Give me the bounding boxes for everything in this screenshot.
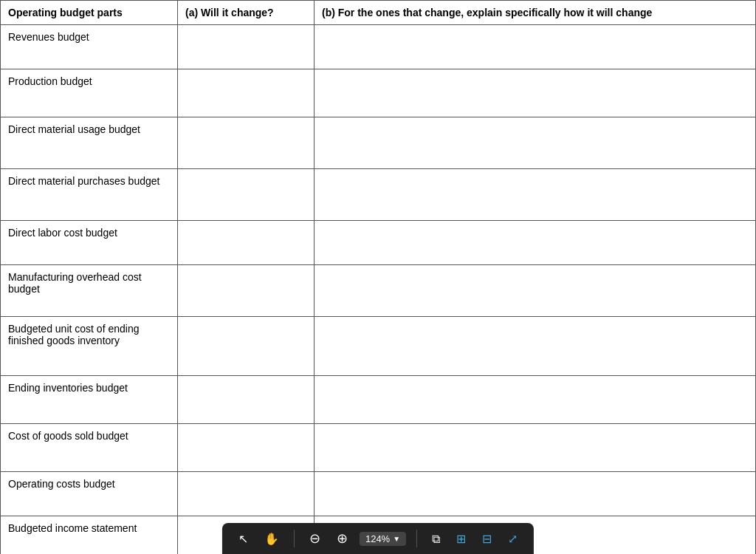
hand-tool-button[interactable] bbox=[260, 528, 284, 550]
row-change-dmp[interactable] bbox=[178, 169, 315, 221]
budget-table: Operating budget parts (a) Will it chang… bbox=[0, 0, 756, 554]
row-change-revenues[interactable] bbox=[178, 25, 315, 69]
toolbar-separator-2 bbox=[416, 530, 417, 547]
row-explanation-dmp[interactable] bbox=[315, 169, 756, 221]
row-label-production: Production budget bbox=[1, 69, 178, 117]
zoom-in-button[interactable] bbox=[332, 527, 352, 550]
row-label-dlc: Direct labor cost budget bbox=[1, 221, 178, 265]
row-change-dmu[interactable] bbox=[178, 117, 315, 169]
fullscreen-button[interactable] bbox=[504, 528, 522, 550]
cursor-tool-button[interactable] bbox=[234, 528, 252, 550]
hand-icon bbox=[264, 531, 279, 547]
zoom-out-button[interactable] bbox=[305, 527, 325, 550]
expand-icon bbox=[508, 531, 518, 547]
table-row-moh: Manufacturing overhead cost budget bbox=[1, 265, 756, 317]
row-explanation-ending[interactable] bbox=[315, 376, 756, 424]
toolbar-separator-1 bbox=[294, 530, 295, 547]
fit-width-icon bbox=[482, 531, 492, 547]
row-explanation-revenues[interactable] bbox=[315, 25, 756, 69]
row-explanation-moh[interactable] bbox=[315, 265, 756, 317]
table-row-cogs: Cost of goods sold budget bbox=[1, 424, 756, 472]
table-row-budgeted: Budgeted unit cost of ending finished go… bbox=[1, 317, 756, 376]
header-col1: Operating budget parts bbox=[1, 1, 178, 25]
header-col2: (a) Will it change? bbox=[178, 1, 315, 25]
copy-icon bbox=[432, 531, 440, 547]
row-explanation-dlc[interactable] bbox=[315, 221, 756, 265]
table-row-production: Production budget bbox=[1, 69, 756, 117]
zoom-level-label: 124% bbox=[365, 533, 390, 544]
row-label-opcosts: Operating costs budget bbox=[1, 472, 178, 516]
row-label-moh: Manufacturing overhead cost budget bbox=[1, 265, 178, 317]
table-row-dmu: Direct material usage budget bbox=[1, 117, 756, 169]
row-explanation-opcosts[interactable] bbox=[315, 472, 756, 516]
table-row-dlc: Direct labor cost budget bbox=[1, 221, 756, 265]
row-label-cogs: Cost of goods sold budget bbox=[1, 424, 178, 472]
table-container: Operating budget parts (a) Will it chang… bbox=[0, 0, 756, 554]
row-change-dlc[interactable] bbox=[178, 221, 315, 265]
zoom-selector[interactable]: 124% ▼ bbox=[360, 532, 406, 546]
zoom-out-icon bbox=[309, 530, 320, 547]
row-label-ending: Ending inventories budget bbox=[1, 376, 178, 424]
row-label-budgeted: Budgeted unit cost of ending finished go… bbox=[1, 317, 178, 376]
row-label-budgetedincome: Budgeted income statement bbox=[1, 516, 178, 555]
row-label-dmu: Direct material usage budget bbox=[1, 117, 178, 169]
header-row: Operating budget parts (a) Will it chang… bbox=[1, 1, 756, 25]
row-explanation-cogs[interactable] bbox=[315, 424, 756, 472]
row-change-opcosts[interactable] bbox=[178, 472, 315, 516]
row-explanation-dmu[interactable] bbox=[315, 117, 756, 169]
cursor-icon bbox=[238, 531, 248, 547]
row-explanation-budgeted[interactable] bbox=[315, 317, 756, 376]
header-col3: (b) For the ones that change, explain sp… bbox=[315, 1, 756, 25]
row-label-dmp: Direct material purchases budget bbox=[1, 169, 178, 221]
table-row-revenues: Revenues budget bbox=[1, 25, 756, 69]
row-change-ending[interactable] bbox=[178, 376, 315, 424]
fit-width-button[interactable] bbox=[478, 528, 496, 550]
row-change-cogs[interactable] bbox=[178, 424, 315, 472]
row-explanation-production[interactable] bbox=[315, 69, 756, 117]
row-change-budgeted[interactable] bbox=[178, 317, 315, 376]
zoom-dropdown-arrow: ▼ bbox=[393, 535, 400, 543]
row-change-production[interactable] bbox=[178, 69, 315, 117]
zoom-in-icon bbox=[337, 530, 348, 547]
copy-button[interactable] bbox=[427, 528, 444, 550]
fit-page-button[interactable] bbox=[452, 528, 470, 550]
fit-page-icon bbox=[456, 531, 466, 547]
row-label-revenues: Revenues budget bbox=[1, 25, 178, 69]
toolbar: 124% ▼ bbox=[222, 523, 534, 554]
table-row-ending: Ending inventories budget bbox=[1, 376, 756, 424]
table-row-opcosts: Operating costs budget bbox=[1, 472, 756, 516]
table-row-dmp: Direct material purchases budget bbox=[1, 169, 756, 221]
row-change-moh[interactable] bbox=[178, 265, 315, 317]
